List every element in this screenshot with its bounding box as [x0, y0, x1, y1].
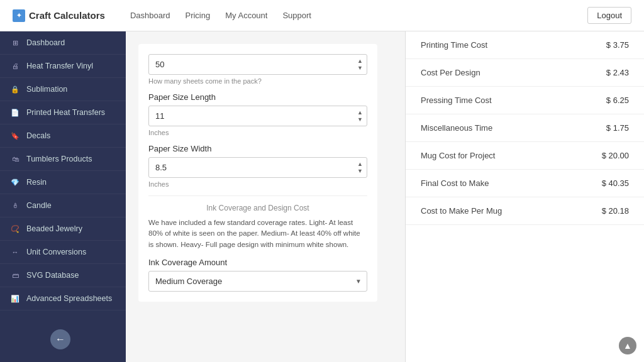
paper-length-label: Paper Size Length [148, 92, 367, 102]
sheets-hint: How many sheets come in the pack? [148, 77, 367, 85]
cost-label-2: Pressing Time Cost [421, 96, 492, 105]
sublimation-icon: 🔒 [10, 84, 20, 94]
nav-support[interactable]: Support [282, 11, 311, 20]
paper-width-arrows: ▲ ▼ [353, 160, 367, 175]
sidebar-item-resin[interactable]: 💎 Resin [0, 171, 126, 194]
cost-row: Pressing Time Cost $ 6.25 [406, 87, 644, 114]
sidebar-item-printed-heat[interactable]: 📄 Printed Heat Transfers [0, 101, 126, 124]
svg-database-icon: 🗃 [10, 270, 20, 280]
brand-icon: ✦ [13, 9, 25, 22]
paper-width-up-arrow[interactable]: ▲ [357, 162, 363, 167]
sidebar-item-dashboard[interactable]: ⊞ Dashboard [0, 31, 126, 55]
cost-label-5: Final Cost to Make [421, 178, 489, 188]
sheets-input[interactable] [149, 55, 353, 74]
paper-length-arrows: ▲ ▼ [353, 109, 367, 124]
ink-coverage-select-wrapper[interactable]: Light Coverage Medium Coverage Heavy Cov… [148, 271, 367, 292]
sheets-spinner[interactable]: ▲ ▼ [148, 54, 367, 75]
sidebar-label-candle: Candle [26, 201, 52, 210]
advanced-spreadsheets-icon: 📊 [10, 293, 20, 304]
sidebar-label-sublimation: Sublimation [26, 85, 67, 94]
sidebar-label-dashboard: Dashboard [26, 38, 65, 47]
brand-logo: ✦ Craft Calculators [13, 9, 105, 22]
right-panel: Printing Time Cost $ 3.75 Cost Per Desig… [405, 31, 644, 362]
sidebar-label-svg-database: SVG Database [26, 271, 79, 280]
cost-value-2: $ 6.25 [606, 96, 629, 105]
sheets-arrows: ▲ ▼ [353, 57, 367, 72]
form-section: ▲ ▼ How many sheets come in the pack? Pa… [138, 44, 377, 302]
paper-width-field-group: Paper Size Width ▲ ▼ Inches [148, 144, 367, 188]
paper-length-spinner[interactable]: ▲ ▼ [148, 106, 367, 126]
sheets-up-arrow[interactable]: ▲ [357, 58, 363, 64]
sidebar-item-svg-database[interactable]: 🗃 SVG Database [0, 264, 126, 287]
sidebar-item-advanced-spreadsheets[interactable]: 📊 Advanced Spreadsheets [0, 287, 126, 310]
sidebar-item-unit-conversions[interactable]: ↔ Unit Conversions [0, 241, 126, 264]
cost-row: Final Cost to Make $ 40.35 [406, 170, 644, 197]
cost-results: Printing Time Cost $ 3.75 Cost Per Desig… [406, 31, 644, 225]
resin-icon: 💎 [10, 177, 20, 187]
cost-label-1: Cost Per Design [421, 68, 480, 77]
dashboard-icon: ⊞ [10, 38, 20, 48]
candle-icon: 🕯 [10, 200, 20, 211]
sidebar-label-advanced-spreadsheets: Advanced Spreadsheets [26, 294, 112, 303]
cost-row: Mug Cost for Project $ 20.00 [406, 142, 644, 170]
paper-length-up-arrow[interactable]: ▲ [357, 110, 363, 116]
decals-icon: 🔖 [10, 131, 20, 141]
cost-row: Miscellaneous Time $ 1.75 [406, 114, 644, 142]
ink-section-title: Ink Coverage and Design Cost [148, 195, 367, 217]
back-button[interactable]: ← [50, 329, 70, 349]
cost-value-0: $ 3.75 [606, 40, 629, 50]
ink-coverage-label: Ink Coverage Amount [148, 258, 367, 267]
paper-length-field-group: Paper Size Length ▲ ▼ Inches [148, 92, 367, 136]
sidebar-label-printed-heat: Printed Heat Transfers [26, 108, 105, 117]
paper-width-spinner[interactable]: ▲ ▼ [148, 157, 367, 178]
nav-my-account[interactable]: My Account [225, 11, 267, 20]
unit-conversions-icon: ↔ [10, 247, 20, 257]
paper-width-input[interactable] [149, 158, 353, 177]
cost-value-6: $ 20.18 [602, 206, 629, 216]
sidebar-item-candle[interactable]: 🕯 Candle [0, 194, 126, 217]
cost-value-5: $ 40.35 [602, 178, 629, 188]
htv-icon: 🖨 [10, 61, 20, 71]
cost-row: Cost to Make Per Mug $ 20.18 [406, 197, 644, 225]
sidebar-label-unit-conversions: Unit Conversions [26, 248, 86, 256]
scroll-top-button[interactable]: ▲ [619, 337, 636, 354]
nav-pricing[interactable]: Pricing [185, 11, 210, 20]
cost-row: Printing Time Cost $ 3.75 [406, 31, 644, 59]
nav-dashboard[interactable]: Dashboard [130, 11, 170, 20]
top-navigation: ✦ Craft Calculators Dashboard Pricing My… [0, 0, 644, 31]
cost-label-3: Miscellaneous Time [421, 123, 492, 133]
sidebar-item-htv[interactable]: 🖨 Heat Transfer Vinyl [0, 55, 126, 78]
cost-value-4: $ 20.00 [602, 151, 629, 160]
sidebar-label-beaded-jewelry: Beaded Jewelry [26, 224, 82, 233]
brand-name: Craft Calculators [29, 10, 105, 21]
paper-width-down-arrow[interactable]: ▼ [357, 168, 363, 174]
ink-coverage-select[interactable]: Light Coverage Medium Coverage Heavy Cov… [149, 272, 367, 291]
cost-value-1: $ 2.43 [606, 68, 629, 77]
cost-label-4: Mug Cost for Project [421, 151, 496, 160]
main-content: ▲ ▼ How many sheets come in the pack? Pa… [126, 31, 405, 362]
sidebar-item-decals[interactable]: 🔖 Decals [0, 124, 126, 148]
paper-length-input[interactable] [149, 106, 353, 126]
tumblers-icon: 🛍 [10, 154, 20, 164]
cost-label-6: Cost to Make Per Mug [421, 206, 502, 216]
beaded-jewelry-icon: 📿 [10, 224, 20, 234]
paper-length-hint: Inches [148, 129, 367, 136]
cost-row: Cost Per Design $ 2.43 [406, 59, 644, 87]
logout-button[interactable]: Logout [587, 7, 631, 24]
paper-width-hint: Inches [148, 180, 367, 188]
cost-label-0: Printing Time Cost [421, 40, 487, 50]
nav-links: Dashboard Pricing My Account Support [130, 11, 587, 20]
main-layout: ⊞ Dashboard 🖨 Heat Transfer Vinyl 🔒 Subl… [0, 31, 644, 362]
sidebar-item-tumblers[interactable]: 🛍 Tumblers Products [0, 148, 126, 171]
ink-section-desc: We have included a few standard coverage… [148, 217, 367, 250]
sidebar-label-htv: Heat Transfer Vinyl [26, 62, 93, 70]
sidebar-label-decals: Decals [26, 131, 50, 140]
sidebar: ⊞ Dashboard 🖨 Heat Transfer Vinyl 🔒 Subl… [0, 31, 126, 362]
sidebar-item-sublimation[interactable]: 🔒 Sublimation [0, 78, 126, 101]
sidebar-label-tumblers: Tumblers Products [26, 155, 92, 163]
ink-coverage-field-group: Ink Coverage Amount Light Coverage Mediu… [148, 258, 367, 292]
sidebar-item-beaded-jewelry[interactable]: 📿 Beaded Jewelry [0, 217, 126, 241]
paper-length-down-arrow[interactable]: ▼ [357, 117, 363, 123]
sidebar-label-resin: Resin [26, 178, 47, 187]
sheets-down-arrow[interactable]: ▼ [357, 65, 363, 71]
